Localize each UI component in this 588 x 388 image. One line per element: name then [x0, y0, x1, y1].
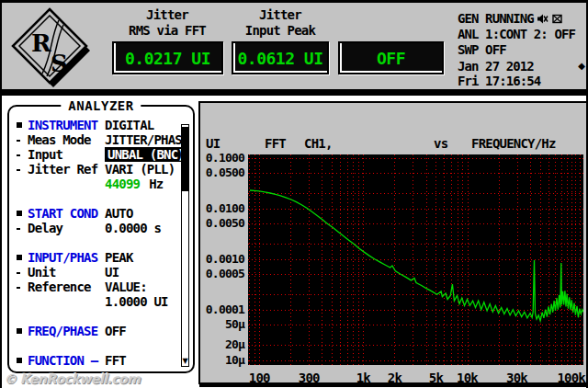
x-tick-label: 300 — [288, 371, 329, 385]
square-bullet-icon — [17, 206, 28, 221]
menu-item-meas-mode[interactable]: Meas ModeJITTER/PHAS — [17, 132, 182, 147]
x-tick-label: 100 — [239, 371, 279, 385]
menu-item-value: JITTER/PHAS — [105, 132, 182, 147]
rohde-schwarz-logo: R S — [9, 6, 92, 90]
analyzer-status-line: ANL 1:CONT 2: OFF — [458, 27, 584, 41]
generator-status-line: GEN RUNNING — [458, 11, 584, 26]
menu-item-jitter-ref[interactable]: Jitter RefVARI (PLL) — [17, 162, 182, 177]
y-tick-label: 0.1000 — [200, 152, 244, 164]
menu-item-1-0000-ui[interactable]: 1.0000 UI — [17, 294, 182, 309]
menu-item-reference[interactable]: ReferenceVALUE: — [17, 280, 182, 294]
bullet-spacer — [17, 294, 28, 309]
keyboard-lock-icon — [551, 13, 563, 25]
menu-item-unit: Hz — [149, 177, 163, 191]
date-text: Jan 27 2012 — [458, 59, 534, 74]
time-line: Fri 17:16:54 — [458, 74, 584, 88]
menu-item-label: INSTRUMENT — [28, 118, 105, 132]
menu-item-value: PEAK — [105, 250, 133, 265]
watermark-text: © KenRockwell.com — [4, 371, 140, 386]
menu-item-label: Unit — [28, 265, 105, 280]
menu-item-delay[interactable]: Delay0.0000 s — [17, 221, 182, 235]
menu-item-value: AUTO — [105, 206, 133, 221]
scrollbar-thumb[interactable] — [182, 127, 188, 191]
dash-bullet-icon — [17, 147, 28, 162]
chart-vs-label: vs — [434, 136, 447, 151]
menu-item-label: START COND — [28, 206, 105, 221]
dash-bullet-icon — [17, 221, 28, 235]
menu-item-input-phas[interactable]: INPUT/PHASPEAK — [17, 250, 182, 265]
y-tick-label: 50µ — [200, 318, 244, 330]
x-tick-label: 100k — [551, 371, 588, 385]
chart-x-quantity-label: FREQUENCY/Hz — [471, 136, 556, 151]
menu-item-unit[interactable]: UnitUI — [17, 265, 182, 280]
y-tick-label: 0.0010 — [200, 253, 244, 265]
analyzer-panel-title: ANALYZER — [61, 98, 141, 113]
square-bullet-icon — [17, 353, 28, 368]
chart-y-unit-label: UI — [206, 136, 220, 151]
y-tick-label: 0.0050 — [200, 217, 244, 229]
meter2-display: 0.0612 UI — [232, 41, 329, 74]
menu-item-44099[interactable]: 44099Hz — [17, 177, 182, 191]
instrument-screen: R S Jitter RMS via FFT 0.0217 UI Jitter … — [0, 0, 588, 388]
menu-item-value: UI — [105, 265, 119, 280]
dash-bullet-icon — [17, 162, 28, 177]
meter2-label-line2: Input Peak — [213, 23, 347, 38]
menu-scrollbar[interactable]: ▼ — [181, 124, 189, 367]
logo-letter-s: S — [51, 50, 68, 77]
meter1-value: 0.0217 UI — [125, 49, 210, 68]
menu-item-instrument[interactable]: INSTRUMENTDIGITAL — [17, 118, 182, 132]
menu-item-value: VARI (PLL) — [105, 162, 175, 177]
dash-bullet-icon — [17, 265, 28, 280]
spectrum-plot — [248, 154, 583, 365]
meter2-label-line1: Jitter — [213, 7, 347, 22]
y-tick-label: 0.0005 — [200, 268, 244, 280]
menu-item-value: 44099 — [105, 177, 140, 191]
menu-item-label: Meas Mode — [28, 132, 105, 147]
meter3-value: OFF — [377, 49, 405, 68]
top-status-bar: R S Jitter RMS via FFT 0.0217 UI Jitter … — [2, 0, 588, 96]
meter3-display: OFF — [338, 41, 444, 74]
menu-item-freq-phase[interactable]: FREQ/PHASEOFF — [17, 324, 182, 338]
meter2-value: 0.0612 UI — [237, 49, 322, 68]
analyzer-menu: INSTRUMENTDIGITALMeas ModeJITTER/PHASInp… — [17, 118, 182, 368]
generator-status-text: GEN RUNNING — [458, 11, 534, 26]
square-bullet-icon — [17, 118, 28, 132]
square-bullet-icon — [17, 324, 28, 338]
menu-item-value: FFT — [105, 353, 126, 368]
y-tick-label: 0.0001 — [200, 303, 244, 315]
meter1-display: 0.0217 UI — [112, 41, 223, 74]
menu-item-value: DIGITAL — [105, 118, 153, 132]
bullet-spacer — [17, 177, 28, 191]
menu-item-label: Reference — [28, 280, 105, 294]
y-tick-label: 10µ — [200, 354, 244, 366]
menu-item-label: FREQ/PHASE — [28, 324, 105, 338]
y-tick-label: 0.0500 — [200, 166, 244, 178]
menu-item-value: VALUE: — [105, 280, 147, 294]
menu-item-label: INPUT/PHAS — [28, 250, 105, 265]
sweep-status-line: SWP OFF — [458, 42, 584, 57]
menu-item-start-cond[interactable]: START CONDAUTO — [17, 206, 182, 221]
menu-item-value: 0.0000 s — [105, 221, 161, 235]
jitter-spectrum-chart-panel: UI FFT CH1, vs FREQUENCY/Hz 0.10000.0500… — [198, 101, 588, 384]
scrollbar-down-arrow-icon[interactable]: ▼ — [181, 357, 189, 366]
y-tick-label: 20µ — [200, 338, 244, 350]
chart-function-label: FFT — [265, 136, 286, 151]
dash-bullet-icon — [17, 132, 28, 147]
date-line: Jan 27 2012 ◆ — [458, 59, 584, 74]
menu-item-value: 1.0000 UI — [105, 294, 168, 309]
x-tick-label: 10k — [447, 371, 488, 385]
menu-item-function[interactable]: FUNCTION –FFT — [17, 353, 182, 368]
menu-item-label: FUNCTION – — [28, 353, 105, 368]
plot-background — [248, 154, 583, 365]
status-block: GEN RUNNING ANL 1:CONT 2: OFF SWP OFF Ja… — [458, 11, 584, 88]
chart-channel-label: CH1, — [304, 136, 333, 151]
menu-item-value: UNBAL (BNC) — [105, 147, 187, 162]
y-tick-label: 0.0100 — [200, 202, 244, 214]
dash-bullet-icon — [17, 280, 28, 294]
menu-item-label: Delay — [28, 221, 105, 235]
menu-item-label: Input — [28, 147, 105, 162]
menu-item-input[interactable]: InputUNBAL (BNC) — [17, 147, 182, 162]
menu-item-label: Jitter Ref — [28, 162, 105, 177]
speaker-off-icon — [537, 13, 548, 25]
analyzer-panel: ANALYZER INSTRUMENTDIGITALMeas ModeJITTE… — [7, 105, 195, 373]
